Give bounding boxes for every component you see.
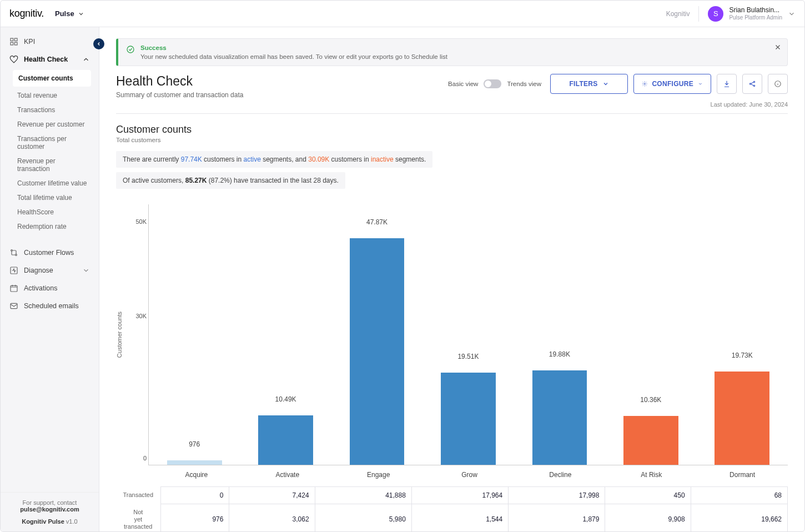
bar-dormant[interactable]: 19.73K — [697, 204, 788, 465]
diagnose-icon — [9, 266, 18, 275]
sidebar-item-activations[interactable]: Activations — [5, 279, 94, 297]
chevron-down-icon — [78, 11, 84, 17]
x-axis-label: Grow — [424, 465, 515, 479]
info-icon — [774, 80, 782, 88]
row-label: Notyet transacted — [116, 504, 160, 532]
bar-value-label: 10.36K — [640, 396, 661, 406]
view-toggle[interactable] — [484, 79, 501, 88]
heart-icon — [9, 55, 18, 64]
calendar-icon — [9, 284, 18, 293]
alert-message: Your new scheduled data visualization em… — [140, 53, 447, 60]
x-axis-label: Engage — [333, 465, 424, 479]
download-button[interactable] — [717, 74, 737, 94]
sidebar-item-label: KPI — [24, 38, 35, 46]
table-row: Notyet transacted9763,0625,9801,5441,879… — [116, 504, 788, 532]
user-menu[interactable]: S Srian Bulathsin... Pulse Platform Admi… — [698, 6, 796, 22]
summary-line-1: There are currently 97.74K customers in … — [116, 151, 432, 168]
sidebar-item-label: Health Check — [24, 56, 68, 63]
chevron-down-icon — [698, 81, 703, 87]
bar-value-label: 10.49K — [275, 395, 296, 405]
page-subtitle: Summary of customer and transaction data — [116, 91, 243, 99]
customer-counts-chart: Customer counts 97610.49K47.87K19.51K19.… — [116, 204, 788, 465]
bar-engage[interactable]: 47.87K — [331, 204, 422, 465]
org-label: Kognitiv — [666, 10, 690, 18]
svg-point-4 — [11, 250, 13, 252]
chevron-down-icon — [82, 267, 90, 274]
sidebar-item-diagnose[interactable]: Diagnose — [5, 262, 94, 279]
chevron-down-icon — [788, 10, 796, 18]
sidebar-item-scheduled-emails[interactable]: Scheduled emails — [5, 297, 94, 315]
svg-rect-7 — [11, 285, 17, 292]
alert-close-button[interactable] — [774, 43, 782, 51]
bar-acquire[interactable]: 976 — [149, 204, 240, 465]
sidebar-item-label: Total revenue — [17, 92, 57, 99]
sidebar-item-redemption-rate[interactable]: Redemption rate — [5, 219, 94, 234]
sidebar-item-transactions-per-customer[interactable]: Transactions per customer — [5, 132, 94, 154]
row-label: Transacted — [116, 487, 160, 504]
svg-point-10 — [644, 83, 646, 85]
sidebar-item-label: HealthScore — [17, 208, 54, 216]
sidebar-item-customer-flows[interactable]: Customer Flows — [5, 244, 94, 262]
sidebar-item-revenue-per-transaction[interactable]: Revenue per transaction — [5, 154, 94, 176]
filters-button[interactable]: FILTERS — [550, 74, 628, 94]
last-updated: Last updated: June 30, 2024 — [116, 101, 788, 108]
sidebar-item-label: Customer counts — [18, 74, 73, 82]
y-axis-label: Customer counts — [116, 312, 123, 358]
view-label-basic: Basic view — [448, 81, 478, 87]
alert-title: Success — [140, 44, 447, 51]
sidebar-collapse-button[interactable] — [93, 38, 104, 49]
bar-value-label: 976 — [189, 440, 200, 450]
sidebar-item-label: Redemption rate — [17, 223, 67, 230]
info-button[interactable] — [768, 74, 788, 94]
svg-point-5 — [16, 254, 17, 256]
summary-line-2: Of active customers, 85.27K (87.2%) have… — [116, 172, 345, 189]
sidebar-item-customer-lifetime-value[interactable]: Customer lifetime value — [5, 176, 94, 190]
grid-icon — [9, 37, 18, 46]
close-icon — [774, 43, 782, 51]
bar-decline[interactable]: 19.88K — [514, 204, 605, 465]
sidebar-item-healthscore[interactable]: HealthScore — [5, 205, 94, 219]
svg-point-13 — [753, 85, 754, 86]
table-cell: 19,662 — [691, 504, 787, 532]
table-cell: 17,964 — [411, 487, 508, 504]
chevron-left-icon — [96, 41, 102, 47]
success-alert: Success Your new scheduled data visualiz… — [116, 38, 788, 66]
table-cell: 0 — [160, 487, 229, 504]
table-cell: 976 — [160, 504, 229, 532]
svg-point-11 — [749, 83, 751, 84]
sidebar-item-total-lifetime-value[interactable]: Total lifetime value — [5, 190, 94, 205]
share-button[interactable] — [742, 74, 762, 94]
support-email[interactable]: pulse@kognitiv.com — [7, 506, 92, 513]
configure-button[interactable]: CONFIGURE — [633, 74, 711, 94]
user-role: Pulse Platform Admin — [729, 14, 782, 21]
sidebar-item-total-revenue[interactable]: Total revenue — [5, 88, 94, 103]
sidebar-item-customer-counts[interactable]: Customer counts — [13, 70, 91, 87]
x-axis-label: Activate — [242, 465, 333, 479]
svg-rect-2 — [11, 42, 13, 45]
table-cell: 5,980 — [315, 504, 411, 532]
svg-rect-1 — [14, 38, 17, 41]
x-axis-label: Decline — [515, 465, 606, 479]
svg-point-12 — [753, 81, 754, 82]
svg-rect-6 — [11, 267, 17, 274]
avatar: S — [708, 6, 723, 22]
sidebar-item-label: Customer Flows — [24, 249, 74, 257]
sidebar-item-transactions[interactable]: Transactions — [5, 103, 94, 117]
sidebar-item-label: Activations — [24, 284, 57, 292]
sidebar-item-kpi[interactable]: KPI — [5, 33, 94, 51]
table-cell: 7,424 — [229, 487, 315, 504]
bar-grow[interactable]: 19.51K — [422, 204, 514, 465]
sidebar-item-label: Diagnose — [24, 267, 53, 274]
x-axis-label: At Risk — [606, 465, 697, 479]
sidebar-item-label: Scheduled emails — [24, 302, 79, 310]
bar-activate[interactable]: 10.49K — [240, 204, 331, 465]
svg-point-9 — [127, 46, 134, 53]
bar-at-risk[interactable]: 10.36K — [605, 204, 696, 465]
product-switcher[interactable]: Pulse — [55, 9, 84, 18]
brand-logo: kognitiv. — [9, 8, 44, 19]
sidebar-footer: For support, contact pulse@kognitiv.com … — [1, 492, 99, 531]
sidebar-item-health-check[interactable]: Health Check — [5, 51, 94, 68]
sidebar-item-revenue-per-customer[interactable]: Revenue per customer — [5, 117, 94, 132]
share-icon — [748, 80, 756, 88]
sidebar-item-label: Transactions per customer — [17, 135, 67, 150]
